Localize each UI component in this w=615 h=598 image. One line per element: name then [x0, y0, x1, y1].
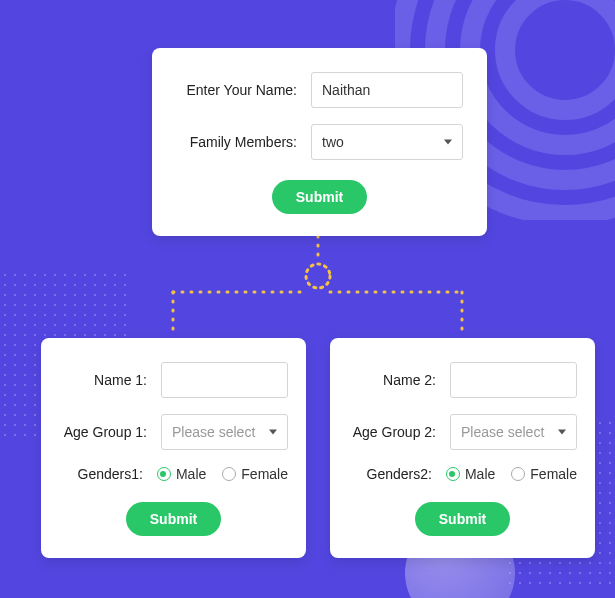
chevron-down-icon: [269, 430, 277, 435]
radio-icon: [222, 467, 236, 481]
parent-form-card: Enter Your Name: Family Members: two Sub…: [152, 48, 487, 236]
name1-label: Name 1:: [59, 372, 161, 388]
submit-button-1[interactable]: Submit: [126, 502, 221, 536]
submit-button-2[interactable]: Submit: [415, 502, 510, 536]
female-label: Female: [530, 466, 577, 482]
age-group2-placeholder: Please select: [461, 424, 544, 440]
genders2-female-radio[interactable]: Female: [511, 466, 577, 482]
male-label: Male: [465, 466, 495, 482]
submit-button-top[interactable]: Submit: [272, 180, 367, 214]
age-group2-select[interactable]: Please select: [450, 414, 577, 450]
age-group1-label: Age Group 1:: [59, 424, 161, 440]
genders1-label: Genders1:: [59, 466, 157, 482]
genders1-female-radio[interactable]: Female: [222, 466, 288, 482]
name2-input[interactable]: [450, 362, 577, 398]
svg-point-5: [306, 264, 330, 288]
age-group1-placeholder: Please select: [172, 424, 255, 440]
age-group2-label: Age Group 2:: [348, 424, 450, 440]
svg-point-1: [470, 0, 615, 145]
female-label: Female: [241, 466, 288, 482]
radio-icon: [157, 467, 171, 481]
name2-label: Name 2:: [348, 372, 450, 388]
chevron-down-icon: [558, 430, 566, 435]
child-form-1-card: Name 1: Age Group 1: Please select Gende…: [41, 338, 306, 558]
family-members-select[interactable]: two: [311, 124, 463, 160]
male-label: Male: [176, 466, 206, 482]
radio-icon: [446, 467, 460, 481]
name-label: Enter Your Name:: [176, 82, 311, 98]
child-form-2-card: Name 2: Age Group 2: Please select Gende…: [330, 338, 595, 558]
chevron-down-icon: [444, 140, 452, 145]
genders2-label: Genders2:: [348, 466, 446, 482]
radio-icon: [511, 467, 525, 481]
genders1-male-radio[interactable]: Male: [157, 466, 206, 482]
genders2-male-radio[interactable]: Male: [446, 466, 495, 482]
family-members-value: two: [322, 134, 344, 150]
name-input[interactable]: [311, 72, 463, 108]
age-group1-select[interactable]: Please select: [161, 414, 288, 450]
svg-point-0: [505, 0, 615, 110]
family-members-label: Family Members:: [176, 134, 311, 150]
name1-input[interactable]: [161, 362, 288, 398]
